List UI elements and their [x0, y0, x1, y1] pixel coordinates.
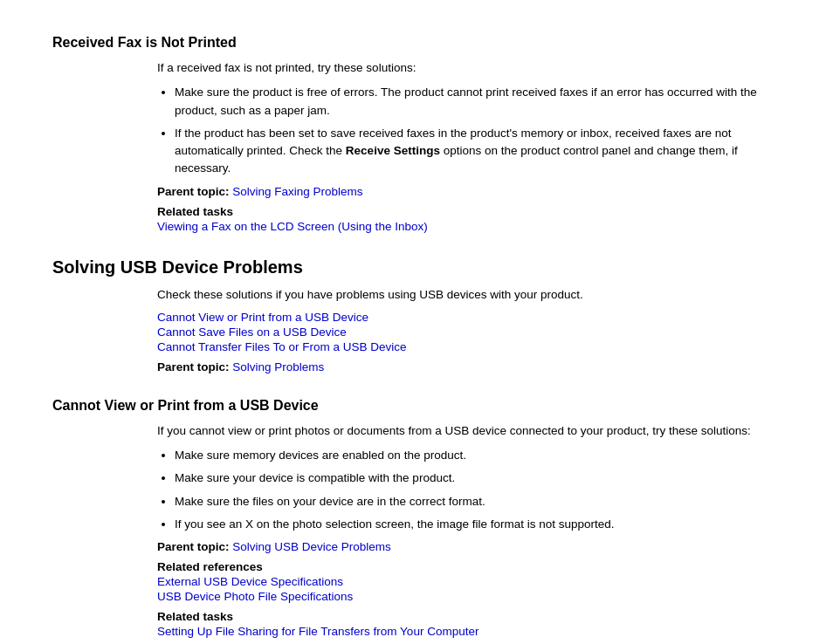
- bullet-item: If you see an X on the photo selection s…: [175, 516, 781, 533]
- bullet-item: Make sure your device is compatible with…: [175, 469, 781, 487]
- cv-bullet-3: If you see an X on the photo selection s…: [175, 517, 615, 531]
- related-task-link-fax-0[interactable]: Viewing a Fax on the LCD Screen (Using t…: [157, 220, 781, 233]
- cannot-view-section: Cannot View or Print from a USB Device I…: [52, 398, 781, 638]
- bullet-item: If the product has been set to save rece…: [175, 125, 781, 178]
- parent-topic-link-cv[interactable]: Solving USB Device Problems: [232, 540, 391, 553]
- cannot-view-content: If you cannot view or print photos or do…: [157, 422, 781, 638]
- related-refs-cv: Related references External USB Device S…: [157, 560, 781, 603]
- related-tasks-heading-fax: Related tasks: [157, 205, 781, 218]
- cv-bullet-2: Make sure the files on your device are i…: [175, 495, 485, 508]
- parent-topic-label-usb: Parent topic:: [157, 360, 230, 373]
- usb-link-2[interactable]: Cannot Transfer Files To or From a USB D…: [157, 340, 781, 353]
- received-fax-content: If a received fax is not printed, try th…: [157, 59, 781, 233]
- solving-usb-heading: Solving USB Device Problems: [52, 257, 781, 277]
- cannot-view-intro: If you cannot view or print photos or do…: [157, 422, 781, 440]
- cv-bullet-0: Make sure memory devices are enabled on …: [175, 449, 466, 462]
- related-ref-link-cv-1[interactable]: USB Device Photo File Specifications: [157, 590, 781, 603]
- related-task-link-cv-0[interactable]: Setting Up File Sharing for File Transfe…: [157, 625, 781, 638]
- related-ref-link-cv-0[interactable]: External USB Device Specifications: [157, 575, 781, 588]
- cv-bullet-1: Make sure your device is compatible with…: [175, 471, 455, 484]
- received-fax-section: Received Fax is Not Printed If a receive…: [52, 35, 781, 233]
- receive-settings-bold: Receive Settings: [346, 144, 440, 157]
- bullet-text-1: Make sure the product is free of errors.…: [175, 86, 757, 116]
- parent-topic-link-usb[interactable]: Solving Problems: [232, 360, 324, 373]
- bullet-item: Make sure memory devices are enabled on …: [175, 447, 781, 464]
- related-tasks-heading-cv: Related tasks: [157, 610, 781, 623]
- solving-usb-intro: Check these solutions if you have proble…: [157, 286, 781, 304]
- cannot-view-heading: Cannot View or Print from a USB Device: [52, 398, 781, 414]
- parent-topic-link-fax[interactable]: Solving Faxing Problems: [232, 185, 362, 198]
- related-tasks-fax: Related tasks Viewing a Fax on the LCD S…: [157, 205, 781, 233]
- bullet-item: Make sure the files on your device are i…: [175, 493, 781, 510]
- solving-usb-section: Solving USB Device Problems Check these …: [52, 257, 781, 373]
- related-refs-heading-cv: Related references: [157, 560, 781, 573]
- related-tasks-cv: Related tasks Setting Up File Sharing fo…: [157, 610, 781, 638]
- received-fax-heading: Received Fax is Not Printed: [52, 35, 781, 51]
- solving-usb-content: Check these solutions if you have proble…: [157, 286, 781, 373]
- usb-link-1[interactable]: Cannot Save Files on a USB Device: [157, 325, 781, 339]
- received-fax-intro: If a received fax is not printed, try th…: [157, 59, 781, 77]
- parent-topic-cv: Parent topic: Solving USB Device Problem…: [157, 540, 781, 553]
- received-fax-bullets: Make sure the product is free of errors.…: [175, 84, 781, 177]
- parent-topic-label-cv: Parent topic:: [157, 540, 230, 553]
- usb-link-0[interactable]: Cannot View or Print from a USB Device: [157, 311, 781, 324]
- parent-topic-fax: Parent topic: Solving Faxing Problems: [157, 185, 781, 198]
- cannot-view-bullets: Make sure memory devices are enabled on …: [175, 447, 781, 533]
- bullet-item: Make sure the product is free of errors.…: [175, 84, 781, 120]
- parent-topic-usb: Parent topic: Solving Problems: [157, 360, 781, 373]
- usb-links-list: Cannot View or Print from a USB Device C…: [157, 311, 781, 353]
- parent-topic-label-fax: Parent topic:: [157, 185, 230, 198]
